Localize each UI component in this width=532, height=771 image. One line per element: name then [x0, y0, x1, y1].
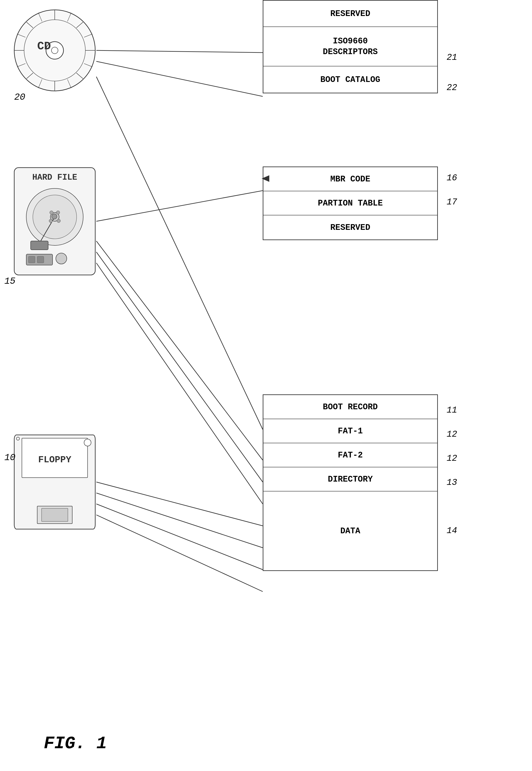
svg-rect-30	[28, 256, 35, 263]
svg-line-50	[96, 252, 263, 482]
cd-table-ref-22: 22	[447, 83, 457, 93]
fp-ref-14: 14	[447, 526, 457, 536]
svg-rect-28	[31, 241, 48, 250]
fp-row-directory: DIRECTORY	[263, 467, 437, 491]
svg-line-55	[96, 515, 263, 592]
svg-point-33	[52, 214, 57, 219]
svg-line-51	[96, 263, 263, 504]
svg-line-54	[96, 504, 263, 569]
svg-point-34	[56, 211, 60, 214]
svg-line-49	[96, 241, 263, 460]
fp-ref-12b: 12	[447, 453, 457, 463]
svg-line-52	[96, 482, 263, 526]
svg-point-36	[49, 219, 53, 223]
fp-row-fat2: FAT-2	[263, 443, 437, 467]
svg-point-19	[51, 47, 58, 54]
svg-rect-31	[37, 256, 44, 263]
iso9660-text: ISO9660DESCRIPTORS	[323, 36, 378, 57]
svg-line-53	[96, 493, 263, 548]
floppy-number-label: 10	[4, 452, 15, 463]
hf-row-partition: PARTION TABLE	[263, 191, 437, 216]
hf-row-reserved: RESERVED	[263, 216, 437, 240]
svg-point-37	[57, 219, 60, 223]
svg-text:FLOPPY: FLOPPY	[38, 455, 71, 465]
floppy-illustration: FLOPPY	[13, 434, 96, 530]
cd-disc-illustration: CD	[13, 9, 96, 92]
hf-row-mbr: MBR CODE	[263, 167, 437, 191]
svg-line-48	[96, 77, 263, 429]
svg-text:HARD FILE: HARD FILE	[32, 172, 77, 182]
fp-ref-13: 13	[447, 478, 457, 487]
svg-line-46	[96, 61, 263, 96]
fp-ref-12a: 12	[447, 429, 457, 439]
cd-row-boot-catalog: BOOT CATALOG	[263, 66, 437, 93]
cd-row-iso9660: ISO9660DESCRIPTORS	[263, 27, 437, 66]
svg-text:CD: CD	[37, 40, 51, 53]
fp-ref-11: 11	[447, 405, 457, 415]
cd-table-ref-21: 21	[447, 53, 457, 62]
hard-file-illustration: HARD FILE	[13, 166, 96, 276]
fp-structure-table: BOOT RECORD FAT-1 FAT-2 DIRECTORY DATA	[263, 394, 438, 571]
figure-label: FIG. 1	[44, 734, 107, 753]
cd-structure-table: RESERVED ISO9660DESCRIPTORS BOOT CATALOG	[263, 0, 438, 93]
hf-structure-table: MBR CODE PARTION TABLE RESERVED	[263, 166, 438, 240]
hf-table-ref-16: 16	[447, 173, 457, 183]
fp-row-data: DATA	[263, 491, 437, 570]
svg-point-32	[56, 253, 67, 264]
connecting-lines	[0, 0, 532, 771]
fp-row-boot-record: BOOT RECORD	[263, 395, 437, 419]
hard-file-number-label: 15	[4, 276, 15, 287]
svg-line-47	[96, 190, 263, 221]
cd-row-reserved: RESERVED	[263, 1, 437, 27]
svg-point-44	[16, 437, 19, 440]
svg-line-45	[96, 50, 263, 53]
hf-table-ref-17: 17	[447, 197, 457, 207]
svg-point-43	[84, 439, 91, 446]
svg-point-35	[50, 211, 53, 214]
svg-rect-42	[42, 508, 68, 521]
cd-number-label: 20	[14, 92, 25, 102]
fp-row-fat1: FAT-1	[263, 419, 437, 443]
